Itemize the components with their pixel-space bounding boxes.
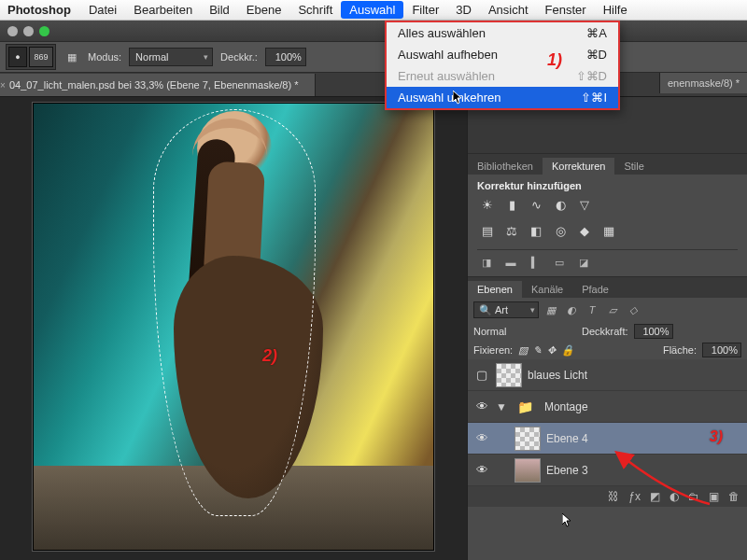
options-bar: ● 869 ▦ Modus: Normal Deckkr.: 100% [0,41,747,73]
brush-thumbnail-icon: ● [8,47,27,67]
adjustments-heading: Korrektur hinzufügen [477,180,738,191]
lock-label: Fixieren: [473,344,513,356]
gradientmap-icon[interactable]: ▭ [550,254,569,271]
layer-name[interactable]: Montage [544,400,741,413]
layer-list: ▢ blaues Licht 👁 ▼ 📁 Montage 👁 Ebene 4 3… [468,359,747,486]
lock-position-icon[interactable]: ✥ [547,344,556,357]
maximize-window-button[interactable] [39,26,49,36]
lock-transparent-icon[interactable]: ▨ [518,344,528,357]
annotation-2: 2) [262,346,277,366]
close-window-button[interactable] [7,26,18,36]
close-tab-icon[interactable] [0,80,7,90]
layer-name[interactable]: blaues Licht [528,369,741,382]
document-tab[interactable]: 04_07_licht_malen.psd bei 33,3% (Ebene 7… [0,74,316,96]
layer-blend-select[interactable]: Normal [473,326,576,337]
layers-footer: ⛓ ƒx ◩ ◐ 🗀 ▣ 🗑 [468,486,747,507]
filter-adjust-icon[interactable]: ◐ [563,301,580,318]
bw-icon[interactable]: ◧ [526,221,546,240]
link-layers-icon[interactable]: ⛓ [608,490,619,503]
fx-icon[interactable]: ƒx [628,490,641,503]
menu-auswahl[interactable]: Auswahl [341,1,403,19]
canvas-image: 2) [33,103,434,551]
layer-thumbnail [496,363,522,387]
adjustment-icons-row1: ☀ ▮ ∿ ◐ ▽ [477,191,738,217]
layer-filter-select[interactable]: 🔍 Art [473,301,539,318]
delete-layer-icon[interactable]: 🗑 [728,490,740,503]
menu-schrift[interactable]: Schrift [289,1,341,19]
mouse-cursor-icon [562,513,573,526]
colorbalance-icon[interactable]: ⚖ [501,221,522,240]
filter-shape-icon[interactable]: ▱ [604,301,621,318]
minimize-window-button[interactable] [23,26,34,36]
curves-icon[interactable]: ∿ [526,195,546,214]
opacity-input[interactable]: 100% [265,48,306,66]
channelmixer-icon[interactable]: ◆ [574,221,595,240]
menu-item-alles-auswaehlen[interactable]: Alles auswählen ⌘A [387,22,618,44]
layer-row[interactable]: 👁 ▼ 📁 Montage [468,391,747,423]
layer-row-selected[interactable]: 👁 Ebene 4 3) [468,423,747,455]
blend-mode-select[interactable]: Normal [129,48,213,66]
visibility-toggle[interactable]: 👁 [473,399,490,413]
traffic-lights [7,26,49,36]
new-group-icon[interactable]: 🗀 [688,490,699,503]
invert-icon[interactable]: ◨ [477,254,496,271]
lock-pixels-icon[interactable]: ✎ [533,344,542,357]
visibility-toggle[interactable]: 👁 [473,463,490,477]
menu-ansicht[interactable]: Ansicht [480,1,537,19]
new-layer-icon[interactable]: ▣ [709,490,719,503]
levels-icon[interactable]: ▮ [501,195,522,214]
fill-input[interactable]: 100% [702,343,741,357]
layer-row[interactable]: ▢ blaues Licht [468,359,747,391]
layer-opacity-label: Deckkraft: [582,326,628,337]
photofilter-icon[interactable]: ◎ [550,221,571,240]
brush-preset-picker[interactable]: ● 869 [6,44,56,70]
visibility-toggle[interactable]: ▢ [473,368,490,382]
panel-dock: Bibliotheken Korrekturen Stile Korrektur… [467,97,747,560]
tab-ebenen[interactable]: Ebenen [468,281,522,298]
brightness-icon[interactable]: ☀ [477,195,498,214]
tab-kanaele[interactable]: Kanäle [522,281,572,298]
menu-ebene[interactable]: Ebene [238,1,290,19]
tab-pfade[interactable]: Pfade [572,281,618,298]
visibility-toggle[interactable]: 👁 [473,431,490,445]
annotation-3: 3) [710,428,723,445]
layer-opacity-input[interactable]: 100% [634,324,673,339]
tab-bibliotheken[interactable]: Bibliotheken [468,158,543,175]
filter-smart-icon[interactable]: ◇ [625,301,641,318]
document-tab-overflow[interactable]: enenmaske/8) * [659,73,747,93]
layers-panel: Ebenen Kanäle Pfade 🔍 Art ▦ ◐ T ▱ ◇ Norm… [468,276,747,560]
filter-type-icon[interactable]: T [584,301,600,318]
lock-all-icon[interactable]: 🔒 [561,344,574,357]
canvas-area[interactable]: 2) [0,97,467,560]
vibrance-icon[interactable]: ▽ [574,195,595,214]
hue-icon[interactable]: ▤ [477,221,498,240]
menu-filter[interactable]: Filter [403,1,447,19]
menu-hilfe[interactable]: Hilfe [595,1,636,19]
filter-pixel-icon[interactable]: ▦ [543,301,559,318]
menu-datei[interactable]: Datei [80,1,125,19]
layer-row[interactable]: 👁 Ebene 3 [468,455,747,486]
new-adjustment-icon[interactable]: ◐ [669,490,679,503]
menu-fenster[interactable]: Fenster [537,1,595,19]
auswahl-dropdown-menu: Alles auswählen ⌘A Auswahl aufheben ⌘D E… [385,21,620,110]
posterize-icon[interactable]: ▬ [501,254,520,271]
menu-bearbeiten[interactable]: Bearbeiten [125,1,201,19]
adjustments-panel: Bibliotheken Korrekturen Stile Korrektur… [468,153,747,276]
opacity-label: Deckkr.: [220,51,258,63]
menu-bild[interactable]: Bild [201,1,238,19]
tab-stile[interactable]: Stile [614,158,653,175]
threshold-icon[interactable]: ▍ [526,254,544,271]
exposure-icon[interactable]: ◐ [550,195,571,214]
selectivecolor-icon[interactable]: ◪ [574,254,593,271]
menu-3d[interactable]: 3D [447,1,480,19]
tab-korrekturen[interactable]: Korrekturen [543,158,614,175]
document-tab-bar: 04_07_licht_malen.psd bei 33,3% (Ebene 7… [0,73,747,97]
mask-icon[interactable]: ◩ [650,490,660,503]
layer-name[interactable]: Ebene 3 [546,464,741,477]
adjustment-icons-row2: ▤ ⚖ ◧ ◎ ◆ ▦ [477,217,738,244]
brush-panel-toggle-icon[interactable]: ▦ [63,47,80,67]
colorlookup-icon[interactable]: ▦ [599,221,619,240]
menu-item-auswahl-aufheben[interactable]: Auswahl aufheben ⌘D [387,44,618,65]
menu-item-auswahl-umkehren[interactable]: Auswahl umkehren ⇧⌘I [387,87,618,108]
layer-thumbnail [514,458,541,483]
